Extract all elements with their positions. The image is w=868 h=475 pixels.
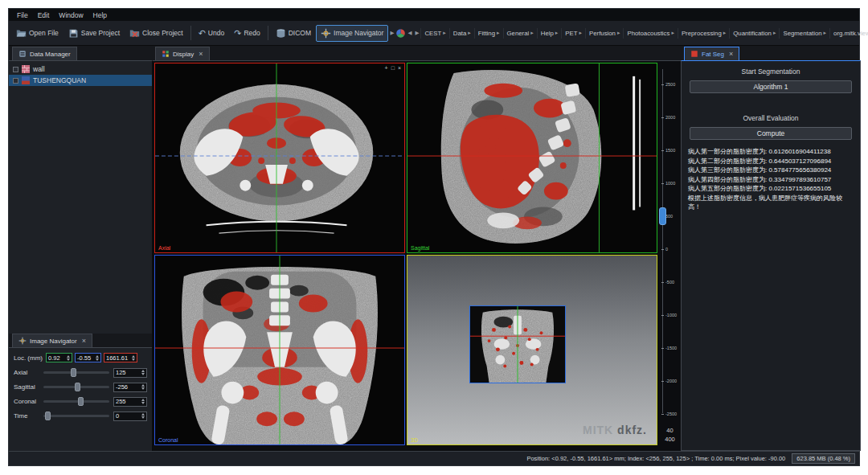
open-file-button[interactable]: Open File xyxy=(11,25,63,42)
view-prev-icon[interactable]: ◀ xyxy=(407,30,411,36)
spin-arrows-icon[interactable] xyxy=(96,355,99,361)
threed-viewport[interactable]: MITK dkfz. 3D xyxy=(407,255,657,445)
submenu-arrow-icon: ▸ xyxy=(497,30,500,36)
menu-help[interactable]: Help xyxy=(88,11,112,19)
save-project-label: Save Project xyxy=(81,29,120,37)
time-slider-row: Time 0 xyxy=(9,412,152,420)
toolbar-menu-photoacoustics[interactable]: Photoacoustics▸ xyxy=(623,28,677,39)
loc-z-spinbox[interactable]: 1661.61 xyxy=(104,353,137,362)
viewport-close-icon[interactable]: × xyxy=(398,65,401,72)
level-window-values: 40 400 xyxy=(659,426,681,444)
close-icon[interactable]: × xyxy=(199,50,203,58)
slice-ruler-handle[interactable] xyxy=(659,207,666,225)
image-navigator-button[interactable]: Image Navigator xyxy=(316,25,388,42)
overall-evaluation-header: Overall Evaluation xyxy=(682,114,860,122)
threed-slice-plane[interactable] xyxy=(469,305,566,383)
slider-handle[interactable] xyxy=(45,412,51,420)
slider-handle[interactable] xyxy=(78,397,84,406)
visibility-checkbox[interactable] xyxy=(13,67,18,72)
coronal-slider[interactable] xyxy=(43,400,109,403)
slice-tick: 1000 xyxy=(659,181,675,186)
submenu-arrow-icon: ▸ xyxy=(773,30,776,36)
layout-toggle-icon[interactable]: □ xyxy=(391,65,395,72)
wall-node-icon xyxy=(22,65,30,73)
save-icon xyxy=(68,28,79,39)
toolbar-separator xyxy=(190,26,191,40)
time-spinbox[interactable]: 0 xyxy=(113,412,147,421)
toolbar-menu-general[interactable]: General▸ xyxy=(503,28,537,39)
left-panel: Data Manager wall TUSHENGQUAN Image Navi… xyxy=(9,46,152,451)
tab-image-navigator[interactable]: Image Navigator × xyxy=(12,334,92,347)
menu-file[interactable]: File xyxy=(12,11,33,19)
compute-button[interactable]: Compute xyxy=(690,127,852,140)
close-project-button[interactable]: Close Project xyxy=(125,25,188,42)
toolbar-menu-pet[interactable]: PET▸ xyxy=(561,28,585,39)
coronal-spinbox[interactable]: 255 xyxy=(113,397,147,407)
toolbar-menu-fitting[interactable]: Fitting▸ xyxy=(474,28,503,39)
submenu-arrow-icon: ▸ xyxy=(443,30,446,36)
spin-arrows-icon[interactable] xyxy=(141,399,145,404)
loc-y-spinbox[interactable]: -0.55 xyxy=(75,353,101,362)
coronal-slider-label: Coronal xyxy=(14,398,39,405)
slider-handle[interactable] xyxy=(71,368,76,377)
slice-tick: 2000 xyxy=(659,115,675,120)
toolbar-menu-help[interactable]: Help▸ xyxy=(537,28,562,39)
slider-handle[interactable] xyxy=(75,383,80,391)
tab-display[interactable]: Display × xyxy=(155,47,210,60)
toolbar-menu-quantification[interactable]: Quantification▸ xyxy=(729,28,779,39)
image-navigator-icon xyxy=(321,28,331,39)
close-icon[interactable]: × xyxy=(82,337,86,345)
axial-viewport[interactable]: + □ × Axial xyxy=(154,63,405,253)
sagittal-viewport[interactable]: Sagittal xyxy=(407,63,657,253)
spin-arrows-icon[interactable] xyxy=(67,355,70,361)
spin-arrows-icon[interactable] xyxy=(132,355,135,361)
dicom-button[interactable]: DICOM xyxy=(271,25,316,42)
data-node-tushengquan[interactable]: TUSHENGQUAN xyxy=(9,75,152,86)
tab-data-manager[interactable]: Data Manager xyxy=(12,47,77,60)
toolbar-menu-perfusion[interactable]: Perfusion▸ xyxy=(585,28,623,39)
redo-button[interactable]: ↷ Redo xyxy=(229,26,265,40)
coronal-ct-image xyxy=(155,256,404,444)
result-line: 病人第一部分的脂肪密度为: 0.6126016904411238 xyxy=(688,147,854,157)
data-manager-tab-label: Data Manager xyxy=(30,51,71,58)
algorithm-1-button[interactable]: Algorithm 1 xyxy=(690,80,852,93)
spin-arrows-icon[interactable] xyxy=(141,384,145,390)
viewport-corner-controls: + □ × xyxy=(385,65,401,72)
save-project-button[interactable]: Save Project xyxy=(63,25,125,42)
submenu-arrow-icon: ▸ xyxy=(579,30,583,36)
time-slider[interactable] xyxy=(43,415,109,417)
toolbar-menu-segmentation[interactable]: Segmentation▸ xyxy=(779,28,829,39)
coronal-viewport[interactable]: Coronal xyxy=(154,255,405,445)
submenu-arrow-icon: ▸ xyxy=(617,30,620,36)
sagittal-spinbox[interactable]: -256 xyxy=(113,383,147,392)
image-navigator-label: Image Navigator xyxy=(334,29,383,37)
undo-button[interactable]: ↶ Undo xyxy=(194,26,230,40)
axial-spinbox[interactable]: 125 xyxy=(113,368,147,378)
toolbar-menu-cest[interactable]: CEST▸ xyxy=(420,28,448,39)
loc-x-spinbox[interactable]: 0.92 xyxy=(46,353,72,362)
toolbar-menu-data[interactable]: Data▸ xyxy=(449,28,474,39)
close-icon[interactable]: × xyxy=(729,50,733,58)
watermark: MITK dkfz. xyxy=(583,424,647,436)
visibility-checkbox[interactable] xyxy=(13,78,18,84)
spin-arrows-icon[interactable] xyxy=(141,413,145,419)
toolbar-menu-example[interactable]: org.mitk.views.example...▸ xyxy=(829,28,868,39)
axial-slider[interactable] xyxy=(43,371,109,374)
menu-window[interactable]: Window xyxy=(54,11,88,19)
data-node-wall[interactable]: wall xyxy=(9,63,152,75)
menu-edit[interactable]: Edit xyxy=(33,11,55,19)
view-next-icon[interactable]: ▶ xyxy=(415,30,419,36)
toolbar-overflow-icon[interactable]: ▶ xyxy=(390,30,394,36)
crosshair-toggle-icon[interactable]: + xyxy=(385,65,388,72)
fat-seg-tab-label: Fat Seg xyxy=(702,51,724,58)
spin-arrows-icon[interactable] xyxy=(141,370,145,375)
threed-view-label: 3D xyxy=(411,437,418,443)
location-row: Loc. (mm) 0.92 -0.55 1661.61 xyxy=(9,348,152,362)
slice-ruler[interactable]: 2500 2000 1500 1000 500 0 -500 -1000 -15… xyxy=(659,63,681,445)
menu-bar: File Edit Window Help xyxy=(9,9,859,21)
color-wheel-icon[interactable] xyxy=(395,28,406,39)
sagittal-slider[interactable] xyxy=(43,386,109,388)
toolbar-menu-preprocessing[interactable]: Preprocessing▸ xyxy=(678,28,729,39)
tab-fat-seg[interactable]: Fat Seg × xyxy=(684,47,739,60)
memory-usage-badge: 623.85 MB (0.48 %) xyxy=(792,453,855,464)
